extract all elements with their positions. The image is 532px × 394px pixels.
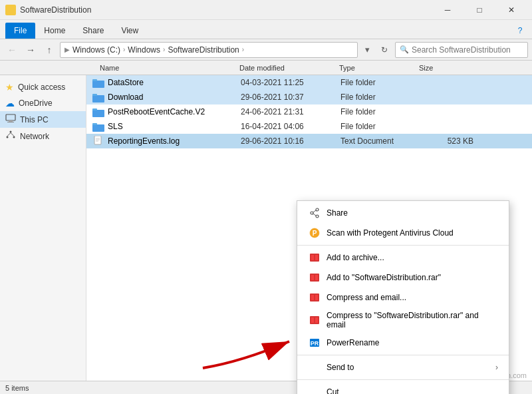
- file-name-sls: SLS: [108, 122, 241, 131]
- svg-point-4: [7, 136, 9, 138]
- svg-point-21: [311, 212, 313, 214]
- archive-icon-1: [308, 251, 321, 264]
- address-box[interactable]: ▶ Windows (C:) › Windows › SoftwareDistr…: [60, 42, 358, 58]
- ctx-compress-rar-email-label: Compress to "SoftwareDistribution.rar" a…: [327, 311, 498, 329]
- maximize-button[interactable]: □: [464, 0, 495, 20]
- help-button[interactable]: ?: [513, 23, 527, 39]
- star-icon: ★: [5, 82, 14, 93]
- status-text: 5 items: [5, 384, 29, 392]
- ctx-share[interactable]: Share: [297, 203, 509, 223]
- svg-rect-34: [311, 295, 314, 300]
- address-path: Windows (C:): [72, 45, 120, 55]
- minimize-button[interactable]: ─: [432, 0, 463, 20]
- file-size-reportingevents: 523 KB: [420, 136, 473, 146]
- svg-point-22: [316, 215, 319, 218]
- ctx-cut-label: Cut: [327, 387, 498, 394]
- svg-point-5: [13, 136, 15, 138]
- ctx-add-rar[interactable]: Add to "SoftwareDistribution.rar": [297, 268, 509, 288]
- file-name-datastore: DataStore: [108, 78, 241, 87]
- protegent-icon: P: [308, 226, 321, 240]
- window-title: SoftwareDistribution: [20, 5, 91, 15]
- file-date-reportingevents: 29-06-2021 10:16: [241, 136, 340, 146]
- file-type-datastore: File folder: [340, 78, 420, 87]
- context-menu: Share P Scan with Protegent Antivirus Cl…: [297, 200, 509, 394]
- chevron-1: ›: [123, 46, 125, 53]
- ctx-cut[interactable]: Cut: [297, 382, 509, 394]
- back-button[interactable]: ←: [4, 42, 20, 58]
- col-name-header[interactable]: Name: [93, 64, 239, 72]
- svg-rect-15: [92, 123, 97, 125]
- cut-icon: [308, 385, 321, 394]
- sidebar-this-pc-label: This PC: [20, 115, 49, 124]
- tab-file[interactable]: File: [5, 23, 35, 39]
- file-row-download[interactable]: Download 29-06-2021 10:37 File folder: [86, 90, 532, 104]
- folder-icon: [5, 5, 16, 15]
- sidebar-quick-access-label: Quick access: [18, 83, 65, 92]
- file-row-reportingevents[interactable]: ReportingEvents.log 29-06-2021 10:16 Tex…: [86, 134, 532, 148]
- file-type-download: File folder: [340, 93, 420, 102]
- svg-rect-31: [311, 275, 314, 280]
- archive-icon-3: [308, 291, 321, 304]
- svg-text:P: P: [313, 230, 317, 237]
- svg-rect-38: [315, 317, 318, 323]
- ctx-powerrename[interactable]: PR PowerRename: [297, 333, 509, 353]
- close-button[interactable]: ✕: [496, 0, 527, 20]
- sidebar-onedrive-label: OneDrive: [19, 98, 53, 108]
- column-headers: Name Date modified Type Size: [0, 61, 532, 75]
- ctx-compress-email-label: Compress and email...: [327, 293, 498, 302]
- tab-view[interactable]: View: [112, 23, 147, 39]
- tab-share[interactable]: Share: [74, 23, 112, 39]
- file-name-reportingevents: ReportingEvents.log: [108, 136, 241, 146]
- address-dropdown-button[interactable]: ▾: [360, 42, 374, 58]
- ctx-add-archive[interactable]: Add to archive...: [297, 248, 509, 268]
- ctx-sep-2: [297, 355, 509, 355]
- ctx-compress-email[interactable]: Compress and email...: [297, 288, 509, 307]
- ctx-share-label: Share: [327, 208, 498, 218]
- folder-icon-sls: [92, 121, 105, 132]
- title-bar-controls: ─ □ ✕: [432, 0, 527, 20]
- sidebar-item-onedrive[interactable]: ☁ OneDrive: [0, 95, 86, 111]
- ctx-protegent[interactable]: P Scan with Protegent Antivirus Cloud: [297, 223, 509, 243]
- refresh-button[interactable]: ↻: [376, 42, 392, 58]
- forward-button[interactable]: →: [23, 42, 39, 58]
- col-size-header[interactable]: Size: [419, 64, 472, 72]
- ctx-add-rar-label: Add to "SoftwareDistribution.rar": [327, 273, 498, 282]
- file-row-datastore[interactable]: DataStore 04-03-2021 11:25 File folder: [86, 75, 532, 90]
- sidebar-item-this-pc[interactable]: This PC: [0, 111, 86, 128]
- chevron-2: ›: [163, 46, 165, 53]
- folder-icon-download: [92, 92, 105, 102]
- ctx-compress-rar-email[interactable]: Compress to "SoftwareDistribution.rar" a…: [297, 307, 509, 333]
- tab-home[interactable]: Home: [35, 23, 74, 39]
- ribbon-tabs: File Home Share View ?: [0, 20, 532, 39]
- ctx-send-to[interactable]: Send to ›: [297, 357, 509, 377]
- up-button[interactable]: ↑: [41, 42, 57, 58]
- title-bar: SoftwareDistribution ─ □ ✕: [0, 0, 532, 20]
- svg-rect-12: [92, 110, 104, 117]
- ctx-sep-1: [297, 245, 509, 246]
- search-input[interactable]: [412, 45, 523, 55]
- sidebar: ★ Quick access ☁ OneDrive This PC: [0, 75, 86, 394]
- svg-point-20: [316, 208, 319, 211]
- archive-icon-4: [308, 313, 321, 327]
- svg-rect-0: [6, 114, 15, 120]
- svg-rect-2: [7, 122, 14, 122]
- share-icon: [308, 206, 321, 220]
- sidebar-item-quick-access[interactable]: ★ Quick access: [0, 79, 86, 95]
- svg-rect-32: [315, 275, 318, 280]
- file-type-sls: File folder: [340, 122, 420, 131]
- svg-text:PR: PR: [311, 340, 319, 347]
- cloud-icon: ☁: [5, 98, 15, 108]
- search-box[interactable]: 🔍: [395, 42, 528, 58]
- svg-rect-10: [92, 95, 104, 102]
- ctx-powerrename-label: PowerRename: [327, 338, 498, 347]
- powerrename-icon: PR: [308, 336, 321, 349]
- col-date-header[interactable]: Date modified: [239, 64, 339, 72]
- file-row-sls[interactable]: SLS 16-04-2021 04:06 File folder: [86, 119, 532, 134]
- col-type-header[interactable]: Type: [339, 64, 419, 72]
- file-row-postreboot[interactable]: PostRebootEventCache.V2 24-06-2021 21:31…: [86, 104, 532, 119]
- address-bar-row: ← → ↑ ▶ Windows (C:) › Windows › Softwar…: [0, 39, 532, 61]
- sidebar-item-network[interactable]: Network: [0, 128, 86, 144]
- svg-rect-11: [92, 94, 97, 96]
- archive-icon-2: [308, 271, 321, 284]
- file-date-download: 29-06-2021 10:37: [241, 93, 340, 102]
